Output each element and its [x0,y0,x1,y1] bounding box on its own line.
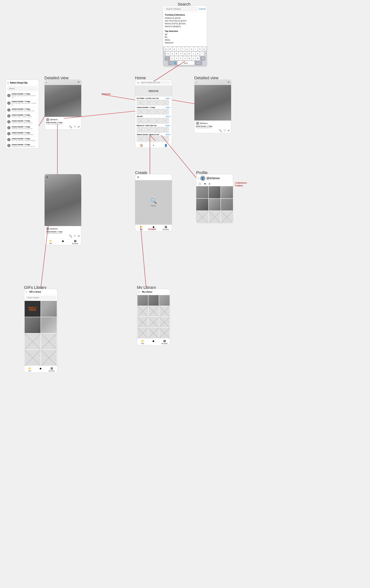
gif-thumb[interactable] [145,136,153,142]
my-lib-cell-12[interactable] [159,328,170,338]
key-e[interactable]: e [173,47,176,51]
tab-collections[interactable]: ≡ [209,182,210,185]
profile-cell-4[interactable] [196,199,208,211]
key-j[interactable]: j [192,52,195,56]
nav-record-remixer[interactable]: ⏺ [57,240,69,244]
key-m[interactable]: m [196,56,200,60]
key-return[interactable]: return [195,61,202,65]
list-item[interactable]: Ariana Grande • 7 rings I'd rather spoil… [6,131,39,137]
back-arrow-detail-right[interactable]: ‹ [196,81,197,84]
search-input[interactable] [164,7,198,11]
gif-cell-empty-4[interactable] [41,350,57,366]
key-f[interactable]: f [179,52,183,56]
gif-cell-friday[interactable]: FINALLYFRIDAY [25,301,41,317]
key-h[interactable]: h [187,52,191,56]
key-b[interactable]: b [187,56,191,60]
profile-back[interactable]: ‹ [198,177,199,180]
heart-action-remixer[interactable]: ♡ [74,235,76,238]
key-t[interactable]: t [181,47,185,51]
key-space[interactable]: space [178,61,194,65]
key-q[interactable]: q [164,47,168,51]
section-more[interactable]: More> [165,125,170,126]
tab-favorites[interactable]: ♥ [204,182,206,185]
my-lib-cell-7[interactable] [137,317,148,327]
section-more[interactable]: More> [165,97,170,99]
gif-thumb[interactable] [137,100,144,105]
share-action[interactable]: ↗ [78,125,80,128]
gif-thumb[interactable] [137,136,144,142]
key-k[interactable]: k [196,52,200,56]
cancel-button[interactable]: Cancel [199,8,206,10]
key-r[interactable]: r [177,47,181,51]
my-lib-cell-3[interactable] [159,295,170,306]
nav-profile[interactable]: 👤 [160,144,172,147]
nav-library-create[interactable]: 🖼 My Library [160,226,172,230]
key-s[interactable]: s [170,52,174,56]
create-close[interactable]: ✕ [137,176,139,179]
list-item[interactable]: Ariana Grande • 7 rings You like my hair… [6,107,39,113]
nav-home[interactable]: 🏠 [135,144,147,147]
key-emoji[interactable]: 🌐 [173,61,177,65]
search-action-right[interactable]: 🔍 [219,129,222,132]
key-z[interactable]: z [170,56,174,60]
gif-cell-empty-3[interactable] [25,350,41,366]
trending-item-3[interactable]: Memes 2019 by @rosina [165,22,205,25]
list-item[interactable]: Ariana Grande • 7 rings Happiness is the… [6,143,39,148]
gif-cell-man[interactable] [25,317,41,333]
gif-thumb[interactable] [161,109,169,115]
list-item[interactable]: Ariana Grande • 7 rings Bought matching … [6,92,39,99]
key-n[interactable]: n [192,56,195,60]
gifs-library-search-input[interactable] [26,296,56,299]
profile-cell-2[interactable] [209,186,221,198]
gif-cell-empty-2[interactable] [41,333,57,349]
gif-thumb[interactable] [145,100,153,105]
gif-thumb[interactable] [145,118,153,124]
gif-thumb[interactable] [153,136,161,142]
my-lib-cell-6[interactable] [159,306,170,316]
back-arrow[interactable]: ‹ [8,81,9,84]
my-lib-cell-4[interactable] [137,306,148,316]
key-i[interactable]: i [194,47,198,51]
gifs-library-back[interactable]: ‹ [26,290,27,293]
nav-gifs-remixer[interactable]: 📁 GIFs [45,240,57,244]
gif-thumb[interactable] [153,127,161,133]
key-o[interactable]: o [198,47,202,51]
share-action-right[interactable]: ↗ [227,129,230,132]
edit-icon[interactable]: ✏ [78,81,80,84]
home-search-input[interactable] [140,81,170,84]
key-c[interactable]: c [179,56,183,60]
section-more[interactable]: More> [165,134,170,136]
list-item[interactable]: Ariana Grande • 7 rings Wearing a ring, … [6,125,39,131]
profile-cell-9[interactable] [221,211,233,223]
nav-gifs-create[interactable]: 📁 GIFs [135,226,147,230]
key-d[interactable]: d [175,52,178,56]
key-l[interactable]: l [200,52,204,56]
my-lib-cell-5[interactable] [148,306,159,316]
gif-thumb[interactable] [145,127,153,133]
nav-gifs-lib[interactable]: 📁 GIFs [24,367,35,372]
list-item[interactable]: Ariana Grande • 7 rings I see it, I like… [6,113,39,119]
profile-cell-3[interactable] [221,186,233,198]
my-lib-cell-10[interactable] [137,328,148,338]
gif-thumb[interactable] [153,109,161,115]
nav-record-mylib[interactable]: ⏺ [148,340,159,344]
gif-thumb[interactable] [137,118,144,124]
gif-thumb[interactable] [137,127,144,133]
key-y[interactable]: y [185,47,189,51]
nav-record-lib[interactable]: ⏺ [35,367,46,372]
gif-thumb[interactable] [145,109,153,115]
top-search-3[interactable]: dating [165,39,205,41]
key-p[interactable]: p [202,47,206,51]
profile-cell-1[interactable] [196,186,208,198]
key-123[interactable]: 123 [168,61,173,65]
gif-cell-frozen[interactable] [41,317,57,333]
nav-library-mylib[interactable]: 🖼 My Library [159,340,170,344]
trending-item-1[interactable]: Holidays by @John [165,17,205,20]
top-search-1[interactable]: tgif [165,33,205,36]
key-g[interactable]: g [183,52,187,56]
key-backspace[interactable]: ⌫ [200,56,205,60]
key-v[interactable]: v [183,56,187,60]
key-a[interactable]: a [166,52,170,56]
heart-action-right[interactable]: ♡ [224,129,226,132]
gif-thumb[interactable] [153,100,161,105]
